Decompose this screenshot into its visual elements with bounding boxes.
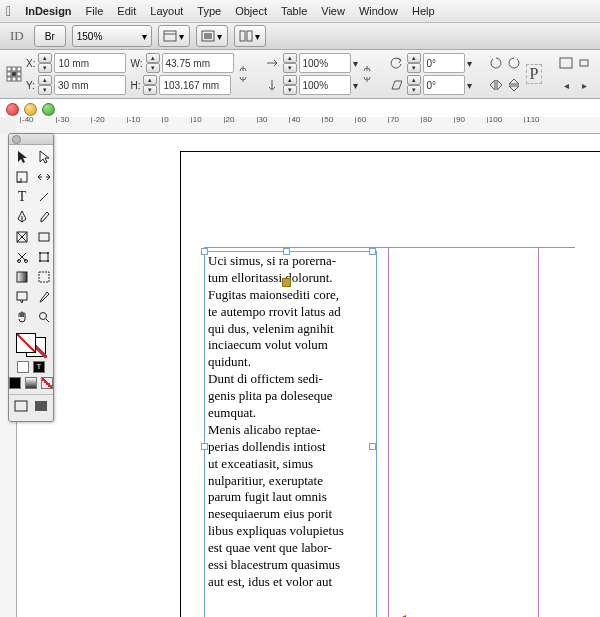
horizontal-ruler[interactable]: -40-30-20-100102030405060708090100110 (16, 117, 600, 134)
center-point[interactable] (282, 278, 291, 287)
scale-y-stepper[interactable]: ▴▾ (283, 75, 297, 95)
gradient-swatch-tool[interactable] (12, 268, 32, 286)
h-input[interactable]: 103.167 mm (159, 75, 231, 95)
menu-type[interactable]: Type (197, 5, 221, 17)
reference-point-icon[interactable] (6, 66, 22, 82)
hand-tool[interactable] (12, 308, 32, 326)
eyedropper-tool[interactable] (34, 288, 54, 306)
window-zoom[interactable] (42, 103, 55, 116)
w-input[interactable]: 43.75 mm (162, 53, 234, 73)
text-frame[interactable]: Uci simus, si ra porerna- tum elloritass… (204, 251, 377, 617)
gradient-feather-tool[interactable] (34, 268, 54, 286)
apply-color-icon[interactable] (9, 377, 21, 389)
note-tool[interactable] (12, 288, 32, 306)
scale-y-input[interactable]: 100% (299, 75, 351, 95)
window-minimize[interactable] (24, 103, 37, 116)
svg-point-29 (47, 260, 49, 262)
column-guide-2 (538, 247, 539, 617)
menu-edit[interactable]: Edit (117, 5, 136, 17)
y-input[interactable]: 30 mm (54, 75, 126, 95)
rotate-ccw-icon[interactable] (488, 55, 504, 71)
x-stepper[interactable]: ▴▾ (38, 53, 52, 73)
flip-h-icon[interactable] (488, 77, 504, 93)
w-stepper[interactable]: ▴▾ (146, 53, 160, 73)
svg-rect-11 (17, 72, 21, 76)
free-transform-tool[interactable] (34, 248, 54, 266)
handle-tr[interactable] (369, 248, 376, 255)
svg-rect-0 (164, 31, 176, 41)
formatting-container-icon[interactable] (17, 361, 29, 373)
screen-mode-button[interactable]: ▾ (196, 25, 228, 47)
rectangle-frame-tool[interactable] (12, 228, 32, 246)
pencil-tool[interactable] (34, 208, 54, 226)
svg-rect-10 (12, 72, 16, 76)
selection-tool[interactable] (12, 148, 32, 166)
ruler-origin[interactable] (0, 117, 17, 134)
view-options-button[interactable]: ▾ (158, 25, 190, 47)
y-stepper[interactable]: ▴▾ (38, 75, 52, 95)
zoom-select[interactable]: 150%▾ (72, 25, 152, 47)
menu-window[interactable]: Window (359, 5, 398, 17)
shear-stepper[interactable]: ▴▾ (407, 75, 421, 95)
apple-icon[interactable]:  (6, 3, 11, 19)
normal-view-icon[interactable] (12, 397, 30, 415)
svg-rect-31 (39, 272, 49, 282)
rotate-cw-icon[interactable] (506, 55, 522, 71)
flip-v-icon[interactable] (506, 77, 522, 93)
ruler-tick: 100 (487, 117, 502, 123)
apply-none-icon[interactable] (41, 377, 53, 389)
rotate-input[interactable]: 0° (423, 53, 465, 73)
constrain-scale-icon[interactable] (362, 66, 372, 82)
direct-selection-tool[interactable] (34, 148, 54, 166)
scale-x-stepper[interactable]: ▴▾ (283, 53, 297, 73)
scale-x-input[interactable]: 100% (299, 53, 351, 73)
handle-tl[interactable] (201, 248, 208, 255)
ruler-tick: 70 (388, 117, 399, 123)
tools-panel[interactable]: T T (8, 133, 54, 422)
app-name[interactable]: InDesign (25, 5, 71, 17)
x-input[interactable]: 10 mm (54, 53, 126, 73)
handle-mr[interactable] (369, 443, 376, 450)
h-stepper[interactable]: ▴▾ (143, 75, 157, 95)
rotate-stepper[interactable]: ▴▾ (407, 53, 421, 73)
preview-view-icon[interactable] (32, 397, 50, 415)
select-content-icon[interactable] (576, 55, 592, 71)
handle-tm[interactable] (283, 248, 290, 255)
line-tool[interactable] (34, 188, 54, 206)
select-prev-icon[interactable]: ◂ (558, 77, 574, 93)
fill-stroke-swatch[interactable] (16, 333, 46, 357)
zoom-tool[interactable] (34, 308, 54, 326)
type-tool[interactable]: T (12, 188, 32, 206)
menu-table[interactable]: Table (281, 5, 307, 17)
scissors-tool[interactable] (12, 248, 32, 266)
svg-rect-14 (17, 77, 21, 81)
menu-view[interactable]: View (321, 5, 345, 17)
handle-ml[interactable] (201, 443, 208, 450)
shear-input[interactable]: 0° (423, 75, 465, 95)
page-tool[interactable] (12, 168, 32, 186)
gap-tool[interactable] (34, 168, 54, 186)
pen-tool[interactable] (12, 208, 32, 226)
menu-object[interactable]: Object (235, 5, 267, 17)
svg-rect-7 (12, 67, 16, 71)
ruler-tick: 50 (322, 117, 333, 123)
bridge-button[interactable]: Br (34, 25, 66, 47)
select-next-icon[interactable]: ▸ (576, 77, 592, 93)
window-close[interactable] (6, 103, 19, 116)
h-label: H: (130, 80, 140, 91)
constrain-wh-icon[interactable] (238, 66, 248, 82)
menu-layout[interactable]: Layout (150, 5, 183, 17)
rectangle-tool[interactable] (34, 228, 54, 246)
formatting-text-icon[interactable]: T (33, 361, 45, 373)
indesign-logo: ID (6, 28, 28, 44)
arrange-documents-button[interactable]: ▾ (234, 25, 266, 47)
tools-close-icon[interactable] (12, 135, 21, 144)
workspace: -40-30-20-100102030405060708090100110 Uc… (0, 117, 600, 617)
svg-line-34 (46, 319, 49, 322)
menu-file[interactable]: File (86, 5, 104, 17)
select-container-icon[interactable] (558, 55, 574, 71)
tools-titlebar[interactable] (9, 134, 53, 145)
svg-point-23 (18, 260, 21, 263)
menu-help[interactable]: Help (412, 5, 435, 17)
apply-gradient-icon[interactable] (25, 377, 37, 389)
